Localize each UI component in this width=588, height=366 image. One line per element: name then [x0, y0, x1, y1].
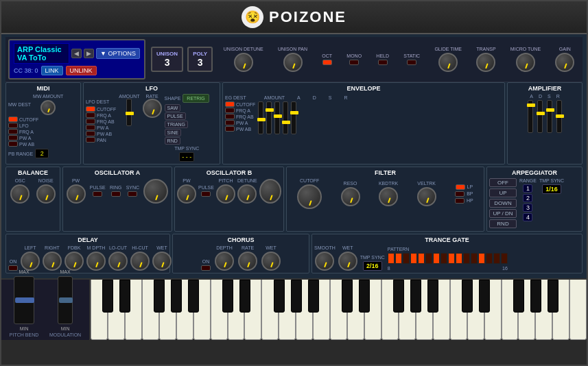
lfo-frqa-led[interactable]: [86, 112, 95, 118]
delay-hicut-knob[interactable]: [130, 252, 150, 271]
lfo-pwab-led[interactable]: [86, 131, 95, 136]
arp-down-button[interactable]: DOWN: [489, 199, 517, 208]
amp-r-slider[interactable]: [556, 100, 562, 133]
black-key-3-6[interactable]: [548, 280, 558, 313]
amp-d-slider[interactable]: [537, 100, 543, 133]
eg-cutoff-led[interactable]: [225, 101, 235, 107]
lfo-pan-led[interactable]: [86, 137, 95, 143]
arp-range-4[interactable]: 4: [523, 213, 532, 221]
unison-pan-knob[interactable]: [283, 53, 303, 72]
black-key-0-4[interactable]: [154, 280, 165, 313]
lfo-pulse-button[interactable]: PULSE: [165, 112, 186, 120]
black-key-0-6[interactable]: [188, 280, 199, 313]
filter-veltrk-knob[interactable]: [417, 187, 436, 206]
black-key-3-1[interactable]: [462, 280, 473, 313]
transp-knob[interactable]: [476, 53, 495, 72]
mw-amount-knob[interactable]: [40, 100, 56, 115]
filter-reso-knob[interactable]: [341, 187, 360, 206]
patch-options-button[interactable]: ▼ OPTIONS: [96, 48, 140, 59]
pattern-btn-3[interactable]: [410, 253, 417, 264]
mono-led[interactable]: [349, 60, 359, 65]
black-key-3-4[interactable]: [513, 280, 524, 313]
lfo-triang-button[interactable]: TRIANG: [165, 121, 188, 128]
glide-time-knob[interactable]: [438, 53, 458, 72]
midi-cutoff-led[interactable]: [8, 117, 18, 122]
arp-range-2[interactable]: 2: [523, 194, 532, 202]
unlink-button[interactable]: UNLINK: [66, 66, 97, 75]
lfo-frqab-led[interactable]: [86, 119, 95, 124]
lfo-rate-knob[interactable]: [143, 99, 162, 118]
midi-pwab-led[interactable]: [8, 141, 18, 147]
pattern-btn-5[interactable]: [425, 253, 432, 264]
pattern-btn-12[interactable]: [478, 253, 485, 264]
lfo-retrig-button[interactable]: RETRIG: [183, 94, 209, 103]
lfo-pwa-led[interactable]: [86, 125, 95, 130]
delay-locut-knob[interactable]: [108, 252, 128, 271]
pitch-bend-slider[interactable]: [14, 276, 34, 324]
env-d-slider[interactable]: [274, 101, 280, 134]
midi-frqa-led[interactable]: [8, 129, 18, 134]
pattern-btn-1[interactable]: [395, 253, 402, 264]
white-key-28[interactable]: [569, 280, 587, 340]
env-amount-slider[interactable]: [258, 101, 263, 134]
env-a-slider[interactable]: [266, 101, 272, 134]
static-led[interactable]: [407, 60, 416, 65]
lfo-saw-button[interactable]: SAW: [165, 104, 181, 112]
chorus-rate-knob[interactable]: [238, 252, 257, 271]
held-led[interactable]: [378, 60, 388, 65]
lfo-rnd-button[interactable]: RND: [165, 137, 180, 145]
eg-pwab-led[interactable]: [225, 126, 235, 132]
osc-balance-knob[interactable]: [10, 184, 30, 204]
chorus-depth-knob[interactable]: [215, 252, 234, 271]
pattern-btn-14[interactable]: [493, 253, 500, 264]
black-key-0-2[interactable]: [119, 280, 130, 313]
midi-lfo-led[interactable]: [8, 123, 18, 128]
black-key-1-1[interactable]: [222, 280, 233, 313]
delay-fdbk-knob[interactable]: [64, 252, 84, 271]
poly-button[interactable]: POLY 3: [187, 47, 213, 72]
pattern-btn-15[interactable]: [501, 253, 508, 264]
pattern-btn-10[interactable]: [463, 253, 470, 264]
chorus-wet-knob[interactable]: [261, 252, 281, 271]
noise-balance-knob[interactable]: [36, 184, 56, 204]
black-key-3-5[interactable]: [530, 280, 541, 313]
osc-a-ring-led[interactable]: [111, 191, 121, 197]
osc-a-pulse-led[interactable]: [93, 191, 102, 197]
filter-lp-led[interactable]: [456, 184, 465, 190]
midi-pwa-led[interactable]: [8, 135, 18, 141]
arp-range-1[interactable]: 1: [523, 184, 532, 193]
pattern-btn-2[interactable]: [403, 253, 410, 264]
lfo-cutoff-led[interactable]: [86, 106, 95, 112]
trance-wet-knob[interactable]: [338, 252, 357, 271]
black-key-1-6[interactable]: [308, 280, 319, 313]
arp-updn-button[interactable]: UP / DN: [489, 209, 517, 218]
pattern-btn-13[interactable]: [486, 253, 493, 264]
amp-s-slider[interactable]: [547, 100, 552, 133]
trance-smooth-knob[interactable]: [315, 252, 334, 271]
pattern-btn-7[interactable]: [440, 253, 447, 264]
osc-b-pulse-led[interactable]: [201, 191, 211, 197]
osc-a-main-knob[interactable]: [143, 179, 168, 204]
pattern-btn-11[interactable]: [471, 253, 478, 264]
black-key-2-6[interactable]: [427, 280, 438, 313]
amp-a-slider[interactable]: [528, 100, 533, 133]
arp-off-button[interactable]: OFF: [489, 178, 517, 187]
filter-bp-led[interactable]: [455, 191, 464, 197]
filter-hp-led[interactable]: [455, 198, 464, 204]
delay-right-knob[interactable]: [43, 252, 62, 271]
eg-frqa-led[interactable]: [225, 108, 235, 113]
link-button[interactable]: LINK: [41, 66, 63, 75]
env-s-slider[interactable]: [283, 101, 288, 134]
chorus-on-led[interactable]: [201, 265, 211, 271]
pattern-btn-6[interactable]: [433, 253, 440, 264]
black-key-2-4[interactable]: [393, 280, 404, 313]
gain-knob[interactable]: [555, 53, 574, 72]
osc-b-detune-knob[interactable]: [237, 184, 257, 204]
pattern-btn-9[interactable]: [456, 253, 462, 264]
arp-rnd-button[interactable]: RND: [489, 219, 517, 228]
delay-mdpth-knob[interactable]: [86, 252, 106, 271]
pattern-btn-4[interactable]: [418, 253, 425, 264]
arp-up-button[interactable]: UP: [489, 188, 517, 197]
black-key-2-5[interactable]: [410, 280, 421, 313]
osc-b-main-knob[interactable]: [259, 179, 281, 204]
